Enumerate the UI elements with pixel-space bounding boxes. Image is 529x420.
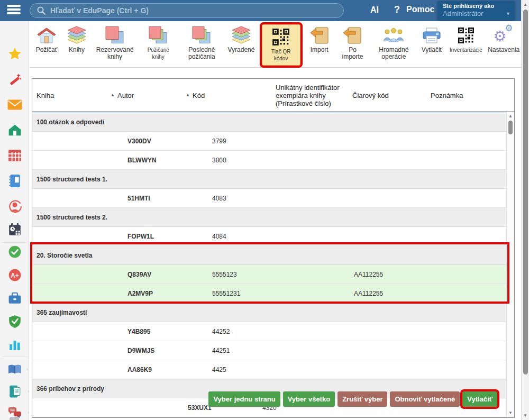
table-scrollbar[interactable]: ▲ ▼: [506, 112, 514, 417]
toolbar-item-vytlacit[interactable]: Vytlačiť: [418, 23, 445, 65]
table-row[interactable]: FOPW1L4084: [32, 227, 506, 246]
cell-kod: V300DV: [127, 138, 151, 145]
gears-icon: ⚙⚙: [493, 24, 514, 47]
cards-three-icon: [191, 24, 212, 47]
toolbar-item-tlac-qr-kodov[interactable]: Tlač QR kódov: [262, 24, 300, 66]
user-menu[interactable]: Ste prihlásený ako Administrátor ▼: [437, 1, 515, 20]
table-group-row[interactable]: 1500 structured tests 2.: [32, 208, 506, 227]
column-header-kniha[interactable]: Kniha: [37, 91, 54, 99]
sidebar-item-home[interactable]: [0, 121, 29, 140]
sort-asc-icon[interactable]: ▲: [186, 92, 190, 97]
scroll-up-icon[interactable]: ▲: [522, 2, 529, 7]
book-stack-icon: [231, 24, 252, 47]
table-row-selected[interactable]: Q839AV5555123AA112255: [32, 265, 506, 284]
scroll-down-icon[interactable]: ▼: [507, 410, 514, 415]
toolbar-item-inventarizacie[interactable]: Inventarizácie: [448, 23, 484, 65]
cell-ciarovy-kod: AA112255: [354, 271, 383, 278]
svg-text:A+: A+: [11, 272, 19, 279]
table-row[interactable]: BLWWYN3800: [32, 151, 506, 170]
toolbar-item-pozicat[interactable]: Požičať: [33, 23, 60, 65]
column-header-poznamka[interactable]: Poznámka: [431, 91, 463, 99]
table-row-selected[interactable]: A2MV9P55551231AA112255: [32, 284, 506, 303]
star-icon: [8, 47, 22, 61]
sidebar-item-substitution[interactable]: [0, 197, 29, 216]
search-icon: [37, 6, 46, 15]
cards-two-icon: [105, 24, 125, 47]
page-scrollbar[interactable]: ▲ ▼: [521, 0, 529, 420]
cell-identifikator: 5555123: [212, 271, 237, 278]
table-row[interactable]: Y4B89544252: [32, 322, 506, 341]
help-button[interactable]: ? Pomoc: [394, 5, 434, 14]
sidebar-item-favorites[interactable]: [0, 44, 29, 63]
toolbar-item-pozicane-knihy[interactable]: Požičané knihy: [139, 23, 177, 65]
sidebar-item-attendance[interactable]: [0, 242, 29, 261]
sidebar-item-admin[interactable]: [0, 312, 29, 331]
sidebar-item-statistics[interactable]: [0, 335, 29, 354]
sort-asc-icon[interactable]: ▲: [111, 92, 115, 97]
question-mark-icon: ?: [394, 5, 400, 14]
toolbar-item-hromadne-operacie[interactable]: Hromadné operácie: [372, 23, 415, 65]
search-input[interactable]: Hľadať v EduPage (Ctrl + G): [30, 3, 344, 18]
chevron-down-icon: ▼: [506, 11, 510, 16]
ai-button[interactable]: AI: [370, 5, 379, 15]
sidebar-item-messages[interactable]: [0, 95, 29, 114]
scroll-up-icon[interactable]: ▲: [507, 114, 514, 118]
books-table: Kniha ▲ Autor ▲ Kód Unikátny identifikát…: [32, 78, 515, 418]
calendar-clock-icon: [8, 223, 22, 236]
sidebar-item-wizard[interactable]: [0, 70, 29, 89]
column-header-autor[interactable]: Autor: [117, 91, 134, 99]
timetable-grid-icon: [8, 149, 22, 162]
toolbar-item-nastavenia[interactable]: ⚙⚙ Nastavenia: [486, 23, 521, 65]
house-icon: [37, 24, 57, 47]
table-row[interactable]: 51HMTI4083: [32, 189, 506, 208]
table-group-row[interactable]: 1500 structured tests 1.: [32, 170, 506, 189]
toolbar-item-knihy[interactable]: Knihy: [63, 23, 90, 65]
grade-a-plus-icon: A+: [8, 268, 22, 282]
sidebar-item-grades[interactable]: A+: [0, 266, 29, 285]
shield-check-icon: [8, 315, 21, 328]
scroll-down-icon[interactable]: ▼: [522, 413, 529, 418]
toolbar-item-import[interactable]: Import: [306, 23, 333, 65]
table-row[interactable]: V300DV3799: [32, 132, 506, 151]
column-header-ciarovy-kod[interactable]: Čiarový kód: [352, 91, 389, 99]
table-row[interactable]: D9WMJS44251: [32, 341, 506, 360]
group-title: 1500 structured tests 1.: [37, 176, 107, 183]
sidebar-item-classbook[interactable]: [0, 171, 29, 190]
search-placeholder: Hľadať v EduPage (Ctrl + G): [50, 6, 149, 15]
cancel-selection-button[interactable]: Zrušiť výber: [338, 391, 387, 407]
restore-printed-button[interactable]: Obnoviť vytlačené: [390, 391, 460, 407]
main-content: Kniha ▲ Autor ▲ Kód Unikátny identifikát…: [30, 68, 521, 420]
group-title: 365 zaujímavostí: [37, 309, 87, 316]
select-all-button[interactable]: Vyber všetko: [283, 391, 335, 407]
table-group-row-highlighted[interactable]: 20. Storočie svetla: [32, 246, 506, 265]
help-label: Pomoc: [406, 5, 434, 14]
table-group-row[interactable]: 100 otázok a odpovedí: [32, 113, 506, 132]
hamburger-menu-icon[interactable]: [7, 5, 22, 16]
cell-kod: A2MV9P: [127, 290, 153, 297]
print-button[interactable]: Vytlačiť: [462, 391, 497, 407]
toolbar-item-vyradene[interactable]: Vyradené: [226, 23, 256, 65]
table-scrollbar-thumb[interactable]: [508, 121, 513, 134]
table-group-row[interactable]: 365 zaujímavostí: [32, 303, 506, 322]
toolbar-item-po-importe[interactable]: Po importe: [336, 23, 370, 65]
sidebar-item-agenda[interactable]: [0, 289, 29, 308]
cell-identifikator: 44251: [212, 347, 230, 354]
select-one-page-button[interactable]: Vyber jednu stranu: [208, 391, 280, 407]
person-icon: [8, 199, 22, 213]
house-icon: [8, 123, 22, 137]
column-header-unikatny-identifikator[interactable]: Unikátny identifikátor exemplára knihy (…: [276, 83, 355, 107]
journal-icon: [8, 385, 21, 398]
left-sidebar: A+ › › › >: [0, 21, 29, 420]
toolbar-item-posledne-pozicania[interactable]: Posledné požičania: [180, 23, 223, 65]
top-bar: Hľadať v EduPage (Ctrl + G) AI ? Pomoc S…: [0, 0, 529, 21]
page-scrollbar-thumb[interactable]: [523, 10, 528, 375]
column-header-kod[interactable]: Kód: [193, 91, 205, 99]
sidebar-item-timetable[interactable]: [0, 146, 29, 165]
toolbar-item-rezervovane-knihy[interactable]: Rezervované knihy: [93, 23, 136, 65]
cell-ciarovy-kod: AA112255: [354, 290, 383, 297]
sidebar-item-lessons[interactable]: ›: [0, 382, 29, 401]
table-row[interactable]: AA86K94425: [32, 360, 506, 379]
sidebar-item-planner[interactable]: [0, 220, 29, 239]
cell-identifikator: 3799: [212, 138, 226, 145]
sidebar-item-library[interactable]: ›: [0, 360, 29, 379]
